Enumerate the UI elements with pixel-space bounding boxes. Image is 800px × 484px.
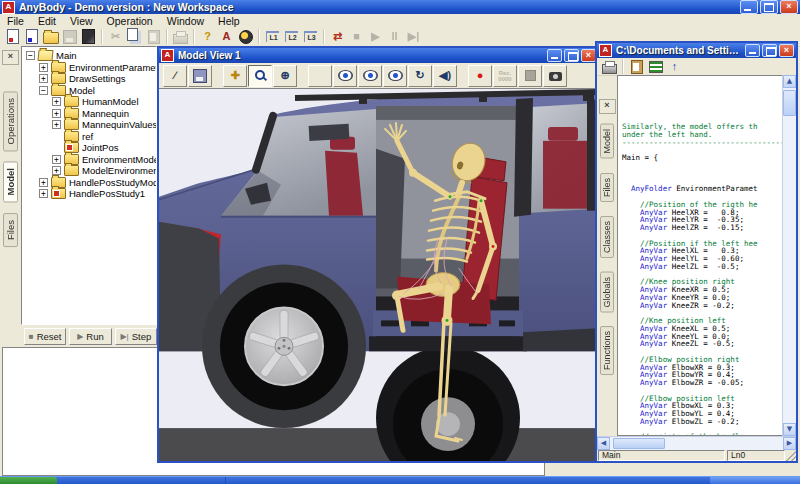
minimize-icon[interactable] bbox=[745, 44, 760, 57]
scroll-left-icon[interactable]: ◀ bbox=[597, 437, 610, 450]
tree-item-JointPos[interactable]: JointPos bbox=[24, 142, 156, 154]
tree-item-Mannequin[interactable]: +Mannequin bbox=[24, 108, 156, 120]
menu-file[interactable]: File bbox=[0, 15, 31, 27]
taskbar[interactable] bbox=[0, 476, 800, 484]
tree-expander-icon[interactable]: + bbox=[39, 189, 48, 198]
horizontal-scrollbar[interactable]: ◀ ▶ bbox=[597, 436, 796, 450]
record-icon[interactable]: ● bbox=[468, 65, 492, 87]
editor-tab-classes[interactable]: Classes bbox=[600, 216, 614, 258]
copy-icon[interactable] bbox=[125, 28, 144, 45]
close-panel-icon[interactable]: × bbox=[599, 99, 616, 114]
help-icon[interactable]: ? bbox=[198, 28, 217, 45]
scroll-right-icon[interactable]: ▶ bbox=[783, 437, 796, 450]
save-icon[interactable] bbox=[60, 28, 79, 45]
print-icon[interactable] bbox=[171, 28, 190, 45]
minimize-icon[interactable] bbox=[740, 0, 758, 14]
sound-icon[interactable]: ◀) bbox=[433, 65, 457, 87]
pan-icon[interactable]: ✚ bbox=[223, 65, 247, 87]
editor-tab-globals[interactable]: Globals bbox=[600, 272, 614, 313]
scroll-up-icon[interactable]: ▲ bbox=[783, 75, 796, 88]
cut-icon[interactable]: ✂ bbox=[106, 28, 125, 45]
open-icon[interactable] bbox=[41, 28, 60, 45]
tree-expander-icon[interactable]: + bbox=[52, 109, 61, 118]
tree-expander-icon[interactable]: + bbox=[39, 74, 48, 83]
close-icon[interactable]: × bbox=[581, 49, 596, 62]
load-l2-icon[interactable]: L2 bbox=[282, 28, 301, 45]
model-tree[interactable]: −Main+EnvironmentParameters+DrawSettings… bbox=[21, 46, 157, 325]
maximize-icon[interactable] bbox=[564, 49, 579, 62]
menu-help[interactable]: Help bbox=[211, 15, 247, 27]
pause-operation-icon[interactable]: II bbox=[385, 28, 404, 45]
sidebar-tab-model[interactable]: Model bbox=[3, 161, 18, 202]
load-l1-icon[interactable]: L1 bbox=[263, 28, 282, 45]
tree-item-MannequinValuesFromModel[interactable]: +MannequinValuesFromModel bbox=[24, 119, 156, 131]
save-view-icon[interactable] bbox=[188, 65, 212, 87]
minimize-icon[interactable] bbox=[547, 49, 562, 62]
scrollbar-thumb[interactable] bbox=[613, 438, 665, 449]
run-operation-icon[interactable]: ▶ bbox=[366, 28, 385, 45]
editor-tab-files[interactable]: Files bbox=[600, 173, 614, 202]
tree-item-HumanModel[interactable]: +HumanModel bbox=[24, 96, 156, 108]
tree-item-ModelEnvironmentConnection[interactable]: +ModelEnvironmentConnection bbox=[24, 165, 156, 177]
resize-grip[interactable] bbox=[786, 450, 796, 461]
close-icon[interactable]: × bbox=[780, 0, 798, 14]
view-preset-2-icon[interactable] bbox=[358, 65, 382, 87]
reset-view-icon[interactable]: ↻ bbox=[408, 65, 432, 87]
tree-expander-icon[interactable]: + bbox=[52, 97, 61, 106]
zoom-all-icon[interactable] bbox=[308, 65, 332, 87]
paste-icon[interactable] bbox=[144, 28, 163, 45]
vertical-scrollbar[interactable]: ▲ ▼ bbox=[782, 75, 796, 436]
scrollbar-thumb[interactable] bbox=[783, 90, 796, 116]
tree-item-ref[interactable]: ref bbox=[24, 131, 156, 143]
snapshot-icon[interactable] bbox=[543, 65, 567, 87]
menu-operation[interactable]: Operation bbox=[100, 15, 160, 27]
close-icon[interactable]: × bbox=[779, 44, 794, 57]
close-panel-icon[interactable]: × bbox=[2, 50, 19, 65]
tree-expander-icon[interactable]: − bbox=[39, 86, 48, 95]
tree-item-EnvironmentModel[interactable]: +EnvironmentModel bbox=[24, 154, 156, 166]
stop-operation-icon[interactable]: ■ bbox=[347, 28, 366, 45]
menu-view[interactable]: View bbox=[63, 15, 100, 27]
paste-object-icon[interactable] bbox=[627, 59, 646, 74]
maximize-icon[interactable] bbox=[762, 44, 777, 57]
stop-record-icon[interactable] bbox=[518, 65, 542, 87]
view-preset-3-icon[interactable] bbox=[383, 65, 407, 87]
menu-window[interactable]: Window bbox=[160, 15, 211, 27]
tree-item-DrawSettings[interactable]: +DrawSettings bbox=[24, 73, 156, 85]
model-viewport[interactable] bbox=[159, 88, 598, 461]
menu-edit[interactable]: Edit bbox=[31, 15, 63, 27]
start-button-fragment[interactable] bbox=[0, 477, 57, 484]
save-all-icon[interactable] bbox=[79, 28, 98, 45]
tree-item-Main[interactable]: −Main bbox=[24, 50, 156, 62]
reload-icon[interactable]: ⇄ bbox=[328, 28, 347, 45]
run-button[interactable]: ▶Run bbox=[69, 328, 111, 345]
code-editor[interactable]: Similarly, the model offers thunder the … bbox=[617, 75, 783, 436]
tree-expander-icon[interactable]: − bbox=[26, 51, 35, 60]
view-preset-1-icon[interactable] bbox=[333, 65, 357, 87]
load-any-icon[interactable] bbox=[22, 28, 41, 45]
tree-item-HandlePosStudy1[interactable]: +HandlePosStudy1 bbox=[24, 188, 156, 200]
tree-expander-icon[interactable]: + bbox=[39, 63, 48, 72]
load-l3-icon[interactable]: L3 bbox=[301, 28, 320, 45]
reset-button[interactable]: ■Reset bbox=[24, 328, 66, 345]
tree-expander-icon[interactable]: + bbox=[52, 120, 61, 129]
tree-expander-icon[interactable]: + bbox=[39, 178, 48, 187]
run-macro-icon[interactable] bbox=[236, 28, 255, 45]
tree-item-EnvironmentParameters[interactable]: +EnvironmentParameters bbox=[24, 62, 156, 74]
sidebar-tab-operations[interactable]: Operations bbox=[3, 91, 18, 151]
step-button[interactable]: ▶|Step bbox=[115, 328, 157, 345]
tree-expander-icon[interactable]: + bbox=[52, 155, 61, 164]
onoff-toggle-icon[interactable]: ∕ bbox=[163, 65, 187, 87]
print-icon[interactable] bbox=[600, 59, 619, 74]
sidebar-tab-files[interactable]: Files bbox=[3, 213, 18, 247]
tree-item-Model[interactable]: −Model bbox=[24, 85, 156, 97]
load-main-icon[interactable] bbox=[3, 28, 22, 45]
scroll-down-icon[interactable]: ▼ bbox=[783, 423, 796, 436]
restore-icon[interactable] bbox=[760, 0, 778, 14]
editor-tab-functions[interactable]: Functions bbox=[600, 326, 614, 375]
load-model-icon[interactable]: ↑ bbox=[665, 59, 684, 74]
find-icon[interactable]: A bbox=[217, 28, 236, 45]
editor-tab-model[interactable]: Model bbox=[600, 124, 614, 159]
insert-template-icon[interactable] bbox=[646, 59, 665, 74]
rotate-icon[interactable]: ⊕ bbox=[273, 65, 297, 87]
